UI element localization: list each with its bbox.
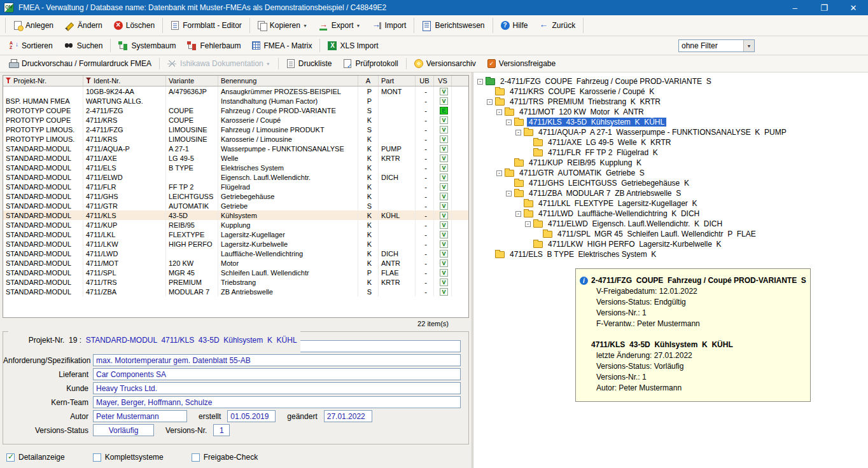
kunde-field[interactable]: Heavy Trucks Ltd. <box>93 382 461 394</box>
detailanzeige-option[interactable]: Detailanzeige <box>6 453 65 462</box>
table-row[interactable]: 10GB-9K24-AAA/479636JPAnsaugkrümmer PROZ… <box>3 86 468 96</box>
aendern-button[interactable]: Ändern <box>59 18 108 33</box>
erstellt-field[interactable]: 01.05.2019 <box>227 410 276 422</box>
column-header-ident-nr[interactable]: Ident-Nr. <box>83 76 166 86</box>
tree-expander-icon[interactable]: - <box>515 130 521 135</box>
formblatt-editor-button[interactable]: Formblatt - Editor <box>165 18 248 32</box>
druckliste-button[interactable]: Druckliste <box>281 57 338 71</box>
table-row[interactable]: STANDARD-MODUL4711/KUPREIB/95KupplungK-V <box>3 220 468 230</box>
maximize-button[interactable]: ❐ <box>809 0 839 15</box>
loeschen-button[interactable]: Löschen <box>108 18 160 32</box>
anlegen-button[interactable]: Anlegen <box>8 18 59 32</box>
checkbox-icon[interactable] <box>93 453 101 462</box>
fehlerbaum-button[interactable]: Fehlerbaum <box>181 38 246 53</box>
tree-node[interactable]: -2-4711/FZG COUPE Fahrzeug / Coupé PROD-… <box>473 76 868 86</box>
kernteam-field[interactable]: Mayer, Berger, Hoffmann, Schulze <box>93 396 461 408</box>
filter-funnel-icon[interactable] <box>6 78 11 84</box>
tree-node[interactable]: 4711/LKL FLEXTYPE Lagersitz-Kugellager K <box>473 198 868 209</box>
table-row[interactable]: STANDARD-MODUL4711/AXELG 49-5WelleKKRTR-… <box>3 153 468 163</box>
fmea-matrix-button[interactable]: FMEA - Matrix <box>246 39 318 53</box>
column-header-a[interactable]: A <box>358 76 379 86</box>
filter-combobox[interactable]: ohne Filter ▼ <box>678 39 755 52</box>
versions-status-field[interactable]: Vorläufig <box>93 424 154 436</box>
table-row[interactable]: STANDARD-MODUL4711/ELSB TYPEElektrisches… <box>3 163 468 172</box>
tree-expander-icon[interactable]: - <box>525 221 531 227</box>
tree-node-label[interactable]: 4711/AQUA-P A 27-1 Wasserpumpe - FUNKTIO… <box>536 128 788 137</box>
tree-node[interactable]: 4711/ELS B TYPE Elektrisches System K <box>473 249 868 259</box>
kopieren-button[interactable]: Kopieren ▼ <box>252 18 313 33</box>
versionsfreigabe-button[interactable]: Versionsfreigabe <box>482 57 561 71</box>
freigabe-check-option[interactable]: Freigabe-Check <box>192 453 258 462</box>
tree-node[interactable]: -4711/TRS PREMIUM Triebstrang K KRTR <box>473 97 868 107</box>
minimize-button[interactable]: – <box>780 0 809 15</box>
suchen-button[interactable]: Suchen <box>59 38 109 53</box>
tree-node[interactable]: -4711/ELWD Eigensch. Laufl.Wellendichtr.… <box>473 219 868 229</box>
table-row[interactable]: STANDARD-MODUL4711/FLRFF TP 2FlügelradK-… <box>3 182 468 191</box>
tree-node-label[interactable]: 4711/GHS LEICHTGUSS Getriebegehäuse K <box>527 179 691 188</box>
tree-node-label[interactable]: 4711/LKL FLEXTYPE Lagersitz-Kugellager K <box>536 199 699 208</box>
column-header-variante[interactable]: Variante <box>166 76 218 86</box>
tree-node-label[interactable]: 4711/AXE LG 49-5 Welle K KRTR <box>546 138 673 147</box>
tree-expander-icon[interactable]: - <box>487 99 493 105</box>
table-row[interactable]: STANDARD-MODUL4711/KLS43-5DKühlsystemKKÜ… <box>3 210 468 220</box>
tree-node[interactable]: -4711/MOT 120 KW Motor K ANTR <box>473 107 868 117</box>
xls-import-button[interactable]: XLS Import <box>322 39 384 53</box>
berichtswesen-button[interactable]: Berichtswesen <box>416 18 490 33</box>
table-row[interactable]: STANDARD-MODUL4711/GHSLEICHTGUSSGetriebe… <box>3 191 468 201</box>
table-row[interactable]: PROTOTYP LIMOUS.4711/KRSLIMOUSINEKarosse… <box>3 134 468 144</box>
hilfe-button[interactable]: Hilfe <box>495 18 534 32</box>
tree-expander-icon[interactable]: - <box>506 120 512 125</box>
tree-node-label[interactable]: 4711/TRS PREMIUM Triebstrang K KRTR <box>508 97 662 106</box>
combobox-dropdown-icon[interactable]: ▼ <box>743 40 754 52</box>
tree-node[interactable]: 4711/KUP REIB/95 Kupplung K <box>473 158 868 168</box>
tree-node[interactable]: -4711/LWD Lauffläche-Wellendichtring K D… <box>473 209 868 219</box>
table-row[interactable]: STANDARD-MODUL4711/LKWHIGH PERFOLagersit… <box>3 239 468 249</box>
tree-node[interactable]: -4711/ZBA MODULAR 7 ZB Antriebswelle S <box>473 188 868 198</box>
druckvorschau-button[interactable]: Druckvorschau / Formulardruck FMEA <box>3 57 157 71</box>
tree-node-label[interactable]: 4711/SPL MGR 45 Schleifen Laufl. Wellend… <box>556 230 758 238</box>
table-row[interactable]: STANDARD-MODUL4711/GTRAUTOMATIKGetriebeS… <box>3 201 468 210</box>
table-row[interactable]: STANDARD-MODUL4711/LWDLauffläche-Wellend… <box>3 249 468 258</box>
tree-expander-icon[interactable]: - <box>496 109 502 115</box>
tree-node-label[interactable]: 4711/KRS COUPE Karosserie / Coupé K <box>508 87 656 96</box>
versionsarchiv-button[interactable]: Versionsarchiv <box>409 57 482 71</box>
filter-funnel-icon[interactable] <box>86 78 92 84</box>
tree-node[interactable]: 4711/SPL MGR 45 Schleifen Laufl. Wellend… <box>473 229 868 239</box>
tree-node-label[interactable]: 4711/LWD Lauffläche-Wellendichtring K DI… <box>536 209 701 218</box>
zurueck-button[interactable]: Zurück <box>534 18 582 33</box>
tree-expander-icon[interactable]: - <box>506 191 512 196</box>
tree-expander-icon[interactable]: - <box>477 79 483 85</box>
import-button[interactable]: Import <box>366 18 412 33</box>
tree-node-label[interactable]: 4711/FLR FF TP 2 Flügelrad K <box>546 148 660 157</box>
tree-node-label[interactable]: 4711/LKW HIGH PERFO Lagersitz-Kurbelwell… <box>546 240 724 249</box>
tree-node[interactable]: 4711/FLR FF TP 2 Flügelrad K <box>473 148 868 158</box>
tree-node-label[interactable]: 4711/ELWD Eigensch. Laufl.Wellendichtr. … <box>546 219 724 228</box>
lieferant-field[interactable]: Car Components SA <box>93 368 461 380</box>
geaendert-field[interactable]: 27.01.2022 <box>324 410 372 422</box>
tree-node[interactable]: -4711/GTR AUTOMATIK Getriebe S <box>473 168 868 178</box>
tree-node[interactable]: -4711/KLS 43-5D Kühlsystem K KÜHL <box>473 117 868 127</box>
table-row[interactable]: PROTOTYP LIMOUS.2-4711/FZGLIMOUSINEFahrz… <box>3 125 468 134</box>
tree-node-label[interactable]: 4711/KUP REIB/95 Kupplung K <box>527 158 643 167</box>
tree-node[interactable]: 4711/GHS LEICHTGUSS Getriebegehäuse K <box>473 178 868 188</box>
pruefprotokoll-button[interactable]: Prüfprotokoll <box>337 57 403 71</box>
column-header-vs[interactable]: VS <box>434 76 452 86</box>
systembaum-button[interactable]: Systembaum <box>113 38 181 53</box>
anforderung-field[interactable]: max. Motortemperatur gem. Datenblatt 55-… <box>93 354 461 366</box>
komplettsysteme-option[interactable]: Komplettsysteme <box>93 453 164 462</box>
tree-node-label[interactable]: 4711/MOT 120 KW Motor K ANTR <box>517 107 646 116</box>
table-row[interactable]: STANDARD-MODUL4711/MOT120 KWMotorKANTR-V <box>3 258 468 268</box>
tree-node[interactable]: 4711/KRS COUPE Karosserie / Coupé K <box>473 86 868 97</box>
export-button[interactable]: Export ▼ <box>313 18 367 33</box>
tree-node[interactable]: 4711/LKW HIGH PERFO Lagersitz-Kurbelwell… <box>473 239 868 249</box>
column-header-projekt-nr[interactable]: Projekt-Nr. <box>3 76 83 86</box>
tree-expander-icon[interactable]: - <box>496 170 502 176</box>
table-row[interactable]: STANDARD-MODUL4711/SPLMGR 45Schleifen La… <box>3 268 468 277</box>
table-row[interactable]: BSP. HUMAN FMEAWARTUNG ALLG.Instandhaltu… <box>3 96 468 106</box>
tree-node-label[interactable]: 4711/GTR AUTOMATIK Getriebe S <box>517 169 647 177</box>
tree-expander-icon[interactable]: - <box>515 211 521 217</box>
autor-field[interactable]: Peter Mustermann <box>93 410 187 422</box>
table-row[interactable]: STANDARD-MODUL4711/ELWDEigensch. Laufl.W… <box>3 172 468 182</box>
table-row[interactable]: PROTOTYP COUPE4711/KRSCOUPEKarosserie / … <box>3 115 468 125</box>
table-row[interactable]: STANDARD-MODUL4711/ZBAMODULAR 7ZB Antrie… <box>3 287 468 296</box>
